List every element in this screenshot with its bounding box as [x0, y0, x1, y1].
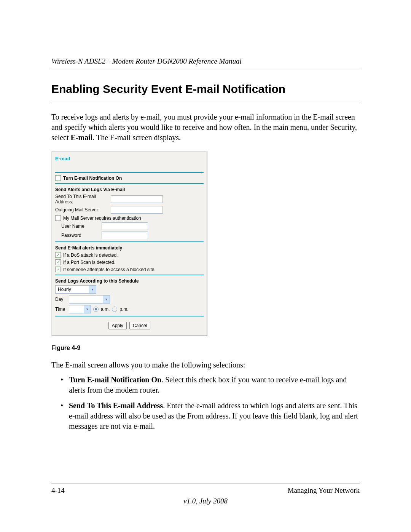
bullet-bold: Send To This E-mail Address — [69, 401, 163, 410]
list-item: Send To This E-mail Address. Enter the e… — [61, 401, 360, 431]
cancel-button[interactable]: Cancel — [129, 322, 150, 329]
username-input[interactable] — [102, 222, 148, 230]
turn-on-label: Turn E-mail Notification On — [63, 176, 122, 181]
send-section-head: Send Alerts and Logs Via E-mail — [55, 187, 204, 192]
send-to-row: Send To This E-mail Address: — [55, 194, 204, 204]
day-row: Day ▾ — [55, 295, 204, 304]
am-radio[interactable] — [93, 307, 99, 312]
checkbox-icon[interactable]: ✓ — [55, 175, 61, 181]
page-number: 4-14 — [51, 486, 65, 495]
chevron-down-icon: ▾ — [89, 286, 96, 293]
outgoing-input[interactable] — [111, 206, 163, 214]
turn-on-row[interactable]: ✓ Turn E-mail Notification On — [55, 175, 204, 181]
send-to-label: Send To This E-mail Address: — [55, 194, 108, 204]
pm-radio[interactable] — [112, 307, 117, 312]
email-settings-panel: E-mail ✓ Turn E-mail Notification On Sen… — [51, 151, 207, 336]
divider — [55, 275, 204, 275]
schedule-value: Hourly — [58, 287, 71, 292]
button-row: Apply Cancel — [55, 322, 204, 329]
alert-portscan-row[interactable]: ✓ If a Port Scan is detected. — [55, 259, 204, 265]
bullet-list: Turn E-mail Notification On. Select this… — [61, 375, 360, 431]
alert-portscan-label: If a Port Scan is detected. — [63, 260, 115, 265]
figure-email-panel: E-mail ✓ Turn E-mail Notification On Sen… — [51, 151, 360, 351]
auth-row[interactable]: ✓ My Mail Server requires authentication — [55, 215, 204, 221]
panel-title: E-mail — [55, 156, 204, 161]
pm-label: p.m. — [119, 307, 128, 312]
checkbox-icon[interactable]: ✓ — [55, 267, 61, 272]
time-row: Time ▾ a.m. p.m. — [55, 305, 204, 313]
time-label: Time — [55, 307, 67, 312]
intro-bold: E-mail — [71, 133, 93, 142]
time-select[interactable]: ▾ — [69, 305, 91, 313]
alert-dos-row[interactable]: ✓ If a DoS attack is detected. — [55, 252, 204, 258]
password-input[interactable] — [102, 232, 148, 239]
figure-caption: Figure 4-9 — [51, 345, 360, 351]
chapter-name: Managing Your Network — [288, 486, 360, 495]
page-footer: 4-14 Managing Your Network v1.0, July 20… — [51, 484, 360, 505]
apply-button[interactable]: Apply — [108, 322, 127, 329]
checkbox-icon[interactable]: ✓ — [55, 259, 61, 265]
version-line: v1.0, July 2008 — [51, 497, 360, 505]
list-item: Turn E-mail Notification On. Select this… — [61, 375, 360, 395]
alert-blocked-row[interactable]: ✓ If someone attempts to access a blocke… — [55, 267, 204, 272]
schedule-select[interactable]: Hourly ▾ — [55, 285, 96, 294]
alert-dos-label: If a DoS attack is detected. — [63, 252, 118, 258]
am-label: a.m. — [101, 307, 110, 312]
chevron-down-icon: ▾ — [103, 296, 110, 303]
alerts-section-head: Send E-Mail alerts immediately — [55, 245, 204, 251]
section-title: Enabling Security Event E-mail Notificat… — [51, 83, 360, 101]
divider — [55, 183, 204, 184]
outgoing-label: Outgoing Mail Server: — [55, 207, 108, 212]
username-label: User Name — [61, 224, 99, 229]
divider — [55, 172, 204, 173]
intro-post: . The E-mail screen displays. — [92, 133, 181, 142]
password-label: Password — [61, 233, 99, 238]
checkbox-icon[interactable]: ✓ — [55, 215, 61, 221]
send-to-input[interactable] — [111, 195, 163, 203]
checkbox-icon[interactable]: ✓ — [55, 252, 61, 258]
bullet-bold: Turn E-mail Notification On — [69, 375, 161, 384]
schedule-row: Hourly ▾ — [55, 285, 204, 294]
outgoing-row: Outgoing Mail Server: — [55, 206, 204, 214]
day-label: Day — [55, 297, 67, 302]
divider — [55, 241, 204, 242]
password-row: Password — [61, 232, 204, 239]
schedule-section-head: Send Logs According to this Schedule — [55, 278, 204, 284]
auth-label: My Mail Server requires authentication — [63, 216, 141, 221]
after-figure-text: The E-mail screen allows you to make the… — [51, 360, 360, 370]
alert-blocked-label: If someone attempts to access a blocked … — [63, 267, 156, 272]
divider — [55, 316, 204, 316]
intro-paragraph: To receive logs and alerts by e-mail, yo… — [51, 112, 360, 143]
username-row: User Name — [61, 222, 204, 230]
running-header: Wireless-N ADSL2+ Modem Router DGN2000 R… — [51, 57, 360, 68]
day-select[interactable]: ▾ — [69, 295, 110, 304]
chevron-down-icon: ▾ — [84, 305, 91, 313]
